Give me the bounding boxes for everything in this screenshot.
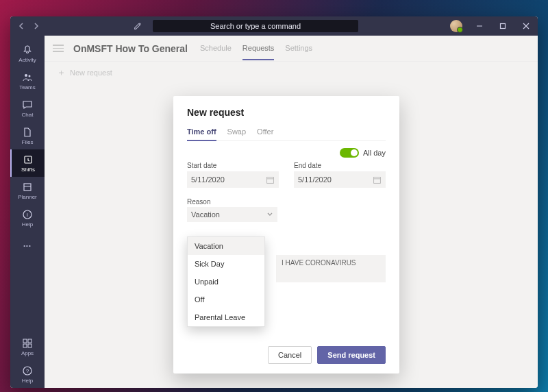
rail-label: Help: [22, 378, 33, 384]
files-icon: [21, 126, 34, 138]
toolbar: ＋ New request: [45, 62, 538, 84]
new-request-link[interactable]: New request: [70, 69, 112, 77]
tab-schedule[interactable]: Schedule: [200, 37, 232, 60]
more-icon: •••: [21, 239, 34, 252]
calendar-icon: [373, 175, 382, 184]
svg-rect-15: [267, 177, 274, 183]
reason-option-off[interactable]: Off: [188, 291, 264, 308]
tab-requests[interactable]: Requests: [242, 37, 274, 60]
teams-icon: [21, 71, 34, 84]
forward-button[interactable]: [31, 21, 40, 31]
rail-label: Files: [22, 139, 34, 145]
back-button[interactable]: [17, 21, 27, 31]
reason-option-sick-day[interactable]: Sick Day: [188, 255, 264, 273]
content-header: OnMSFT How To General Schedule Requests …: [45, 36, 538, 62]
reason-option-unpaid[interactable]: Unpaid: [188, 273, 264, 291]
titlebar: Search or type a command: [10, 16, 538, 36]
all-day-toggle[interactable]: [340, 148, 359, 158]
rail-item-shifts[interactable]: Shifts: [10, 149, 45, 177]
compose-icon[interactable]: [132, 21, 143, 32]
planner-icon: [21, 181, 34, 193]
close-button[interactable]: [514, 16, 538, 36]
svg-rect-5: [24, 184, 31, 191]
end-date-label: End date: [294, 162, 386, 169]
cancel-button[interactable]: Cancel: [268, 346, 312, 364]
svg-text:?: ?: [26, 368, 29, 374]
end-date-value: 5/11/2020: [298, 175, 332, 184]
rail-item-more[interactable]: •••: [10, 232, 45, 259]
reason-option-parental-leave[interactable]: Parental Leave: [188, 308, 264, 326]
app-window: Search or type a command Activity Teams: [10, 16, 538, 388]
modal-title: New request: [187, 107, 386, 118]
rail-label: Planner: [18, 194, 37, 200]
bell-icon: [21, 44, 34, 56]
avatar[interactable]: [450, 20, 462, 32]
left-rail: Activity Teams Chat Files Shifts: [10, 36, 45, 388]
rail-label: Chat: [22, 112, 34, 118]
rail-label: Activity: [18, 57, 36, 63]
rail-label: Shifts: [21, 167, 35, 173]
content-area: OnMSFT How To General Schedule Requests …: [45, 36, 538, 388]
tab-time-off[interactable]: Time off: [187, 125, 216, 141]
end-date-input[interactable]: 5/11/2020: [294, 171, 386, 188]
start-date-value: 5/11/2020: [191, 175, 225, 184]
svg-rect-12: [28, 344, 32, 347]
search-input[interactable]: Search or type a command: [153, 20, 358, 32]
rail-item-help[interactable]: ? Help: [10, 360, 45, 388]
reason-label: Reason: [187, 198, 210, 206]
rail-item-files[interactable]: Files: [10, 122, 45, 149]
svg-point-3: [29, 75, 31, 77]
reason-dropdown: Vacation Sick Day Unpaid Off Parental Le…: [187, 236, 265, 327]
chat-icon: [21, 99, 34, 111]
hamburger-button[interactable]: [53, 45, 64, 52]
info-icon: i: [21, 208, 34, 221]
tab-settings[interactable]: Settings: [285, 37, 312, 60]
start-date-label: Start date: [187, 162, 279, 169]
start-date-input[interactable]: 5/11/2020: [187, 171, 279, 188]
tab-offer[interactable]: Offer: [257, 125, 273, 140]
maximize-button[interactable]: [491, 16, 514, 36]
reason-option-vacation[interactable]: Vacation: [188, 237, 264, 255]
reason-select[interactable]: Vacation: [187, 207, 277, 222]
rail-item-activity[interactable]: Activity: [10, 40, 45, 67]
svg-text:i: i: [27, 212, 28, 218]
chevron-down-icon: [266, 211, 273, 218]
shifts-icon: [22, 154, 34, 166]
rail-label: Apps: [21, 350, 34, 356]
svg-rect-1: [501, 24, 506, 29]
svg-rect-9: [23, 339, 27, 343]
note-input[interactable]: I HAVE CORONAVIRUS: [276, 255, 386, 282]
rail-item-apps[interactable]: Apps: [10, 333, 45, 360]
calendar-icon: [266, 175, 275, 184]
page-title: OnMSFT How To General: [73, 43, 188, 54]
svg-rect-17: [374, 177, 381, 183]
reason-selected: Vacation: [191, 210, 220, 219]
rail-label: Help: [22, 221, 33, 228]
all-day-label: All day: [363, 149, 386, 157]
svg-point-2: [25, 74, 27, 77]
rail-item-teams[interactable]: Teams: [10, 67, 45, 95]
help-icon: ?: [21, 365, 34, 377]
new-request-modal: New request Time off Swap Offer All day …: [173, 96, 399, 373]
rail-item-chat[interactable]: Chat: [10, 95, 45, 122]
svg-rect-10: [28, 339, 32, 343]
minimize-button[interactable]: [468, 16, 491, 36]
rail-item-planner[interactable]: Planner: [10, 177, 45, 204]
send-request-button[interactable]: Send request: [317, 346, 386, 364]
desktop-background: Search or type a command Activity Teams: [0, 0, 548, 392]
svg-rect-11: [23, 344, 27, 347]
apps-icon: [21, 337, 34, 350]
rail-item-help-mid[interactable]: i Help: [10, 204, 45, 232]
plus-icon[interactable]: ＋: [57, 66, 66, 79]
tab-swap[interactable]: Swap: [227, 125, 247, 140]
rail-label: Teams: [19, 84, 36, 90]
